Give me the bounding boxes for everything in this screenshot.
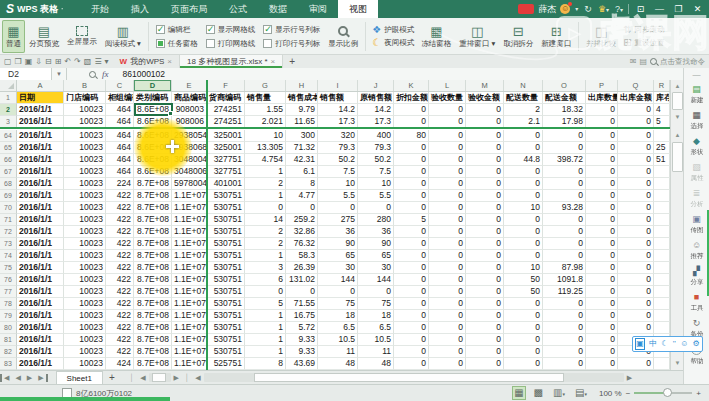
row-header-74[interactable]: 74 [0,250,17,262]
cell-H65[interactable]: 71.32 [286,142,318,154]
cell-M72[interactable]: 0 [466,226,504,238]
cell-O2[interactable]: 18.32 [543,104,586,116]
column-header-K[interactable]: K [394,80,429,91]
cell-G78[interactable]: 5 [245,298,286,310]
cell-M64[interactable]: 0 [466,130,504,142]
column-header-P[interactable]: P [586,80,618,91]
row-header-68[interactable]: 68 [0,178,17,190]
add-sheet-button[interactable]: + [103,372,121,383]
cell-H66[interactable]: 42.31 [286,154,318,166]
emoji-icon[interactable]: ☺ [680,338,688,350]
checkbox-显示行号列标[interactable]: ✓显示行号列标 [263,25,320,35]
cell-E2[interactable]: 908003 [172,104,207,116]
checkbox-任务窗格[interactable]: 任务窗格 [156,39,198,49]
cell-B2[interactable]: 10023 [64,104,106,116]
cell-I67[interactable]: 7.5 [318,166,358,178]
ribbon-button-新建窗口[interactable]: ⊞新建窗口 [537,20,575,53]
cell-B64[interactable]: 10023 [64,130,106,142]
cell-G74[interactable]: 1 [245,250,286,262]
cell-I1[interactable]: 销售额 [318,92,358,104]
cell-N73[interactable]: 0 [504,238,543,250]
cell-F76[interactable]: 530751 [207,274,245,286]
cell-B79[interactable]: 10023 [64,310,106,322]
cell-M80[interactable]: 0 [466,322,504,334]
ribbon-button-夜间模式[interactable]: ☾夜间模式 [372,38,414,48]
ribbon-button-普通[interactable]: ▦普通 [2,20,25,53]
cell-M1[interactable]: 验收金额 [466,92,504,104]
cell-H74[interactable]: 58.3 [286,250,318,262]
cell-F64[interactable]: 325001 [207,130,245,142]
cell-F1[interactable]: 货商编码 [207,92,245,104]
cell-D70[interactable]: 8.7E+08 [134,202,172,214]
cell-K75[interactable]: 0 [394,262,429,274]
cell-I65[interactable]: 79.3 [318,142,358,154]
cell-L69[interactable]: 0 [429,190,466,202]
cell-O74[interactable]: 0 [543,250,586,262]
wps-logo[interactable]: S WPS 表格 · [0,2,70,16]
cell-K80[interactable]: 0 [394,322,429,334]
cell-B83[interactable]: 10023 [64,358,106,370]
formula-search-icon[interactable] [89,71,96,78]
cell-K81[interactable]: 0 [394,334,429,346]
cell-A75[interactable]: 2016/1/1 [17,262,64,274]
cell-J64[interactable]: 400 [358,130,394,142]
cell-P69[interactable]: 0 [586,190,618,202]
cell-G82[interactable]: 1 [245,346,286,358]
cell-I66[interactable]: 50.2 [318,154,358,166]
row-header-75[interactable]: 75 [0,262,17,274]
ribbon-button-分页预览[interactable]: ▤分页预览 [25,20,63,53]
print-preview-icon[interactable]: ⊞ [55,56,62,68]
ribbon-button-全屏显示[interactable]: 全屏显示 [63,20,101,53]
cell-P76[interactable]: 0 [586,274,618,286]
cell-L82[interactable]: 0 [429,346,466,358]
ribbon-button-护眼模式[interactable]: ❖护眼模式 [372,25,414,35]
cell-L65[interactable]: 0 [429,142,466,154]
ribbon-button-取消拆分[interactable]: ⊟取消拆分 [499,20,537,53]
next-sheet-icon[interactable]: ▶ [24,374,35,382]
column-header-R[interactable]: R [654,80,670,91]
cell-C64[interactable]: 464 [106,130,134,142]
undo-icon[interactable]: ↶ [64,56,71,68]
cell-I81[interactable]: 10.5 [318,334,358,346]
cell-Q78[interactable]: 0 [618,298,654,310]
cell-N80[interactable]: 0 [504,322,543,334]
doc-tab-close-icon[interactable]: × [271,57,276,66]
panel-toggle-icon[interactable]: ▤ [639,57,647,66]
cell-A69[interactable]: 2016/1/1 [17,190,64,202]
cell-P73[interactable]: 0 [586,238,618,250]
cell-G75[interactable]: 3 [245,262,286,274]
speed-icon[interactable]: '' [673,338,676,350]
cell-N70[interactable]: 10 [504,202,543,214]
refresh-icon[interactable]: ↻ [583,0,593,18]
column-header-C[interactable]: C [106,80,134,91]
fx-icon[interactable]: fx [96,69,115,79]
cell-O79[interactable]: 0 [543,310,586,322]
row-header-1[interactable]: 1 [0,92,17,104]
cell-B67[interactable]: 10023 [64,166,106,178]
cell-N79[interactable]: 0 [504,310,543,322]
cell-N65[interactable]: 0 [504,142,543,154]
cell-P80[interactable]: 0 [586,322,618,334]
cell-I72[interactable]: 36 [318,226,358,238]
cell-R65[interactable]: 25 [654,142,670,154]
column-header-J[interactable]: J [358,80,394,91]
cell-P1[interactable]: 出库数量 [586,92,618,104]
cell-O68[interactable]: 0 [543,178,586,190]
cell-H73[interactable]: 76.32 [286,238,318,250]
cell-I83[interactable]: 48 [318,358,358,370]
cell-N75[interactable]: 10 [504,262,543,274]
page-break-view-shortcut-icon[interactable]: ▩ [532,386,545,400]
row-header-66[interactable]: 66 [0,154,17,166]
cell-J74[interactable]: 65 [358,250,394,262]
cell-N83[interactable]: 0 [504,358,543,370]
cell-C73[interactable]: 422 [106,238,134,250]
cell-C68[interactable]: 224 [106,178,134,190]
cell-L70[interactable]: 0 [429,202,466,214]
cell-G1[interactable]: 销售量 [245,92,286,104]
cell-L75[interactable]: 0 [429,262,466,274]
cell-D74[interactable]: 8.7E+08 [134,250,172,262]
cell-O66[interactable]: 398.72 [543,154,586,166]
cell-E71[interactable]: 1.1E+07 [172,214,207,226]
menu-tab-插入[interactable]: 插入 [120,0,160,18]
cell-E67[interactable]: 3048006 [172,166,207,178]
